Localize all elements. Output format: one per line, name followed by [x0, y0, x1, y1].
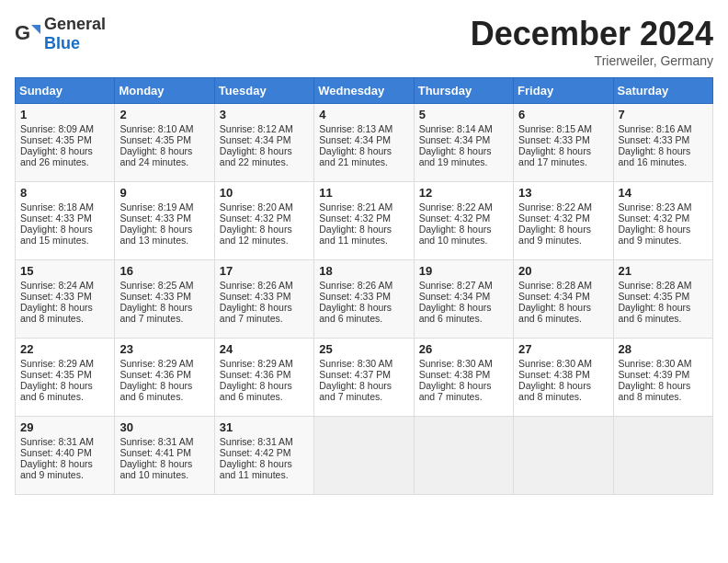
sunset-text: Sunset: 4:33 PM: [20, 213, 109, 224]
day-header-monday: Monday: [115, 78, 214, 104]
calendar-cell: 14Sunrise: 8:23 AMSunset: 4:32 PMDayligh…: [613, 182, 712, 260]
day-number: 13: [518, 186, 608, 200]
daylight-text: Daylight: 8 hours and 22 minutes.: [220, 145, 309, 167]
day-number: 3: [220, 108, 309, 121]
svg-text:G: G: [15, 21, 30, 44]
sunrise-text: Sunrise: 8:23 AM: [619, 201, 708, 213]
day-number: 17: [220, 264, 309, 278]
day-header-tuesday: Tuesday: [214, 78, 313, 104]
calendar-cell: [514, 417, 613, 495]
calendar-cell: 20Sunrise: 8:28 AMSunset: 4:34 PMDayligh…: [514, 260, 613, 339]
day-number: 21: [619, 264, 708, 278]
logo-blue: Blue: [44, 34, 80, 52]
day-number: 28: [619, 342, 708, 356]
daylight-text: Daylight: 8 hours and 6 minutes.: [419, 302, 508, 324]
sunset-text: Sunset: 4:33 PM: [319, 291, 408, 302]
day-header-friday: Friday: [514, 78, 613, 104]
sunset-text: Sunset: 4:34 PM: [518, 291, 608, 302]
calendar-cell: [414, 417, 513, 495]
calendar-cell: 16Sunrise: 8:25 AMSunset: 4:33 PMDayligh…: [115, 260, 214, 339]
logo-icon: G: [15, 21, 40, 47]
sunrise-text: Sunrise: 8:30 AM: [419, 358, 508, 369]
calendar-cell: 15Sunrise: 8:24 AMSunset: 4:33 PMDayligh…: [16, 260, 115, 339]
daylight-text: Daylight: 8 hours and 8 minutes.: [619, 380, 708, 402]
sunrise-text: Sunrise: 8:30 AM: [619, 358, 708, 369]
day-number: 18: [319, 264, 408, 278]
sunset-text: Sunset: 4:39 PM: [619, 369, 708, 380]
daylight-text: Daylight: 8 hours and 10 minutes.: [419, 224, 508, 246]
sunrise-text: Sunrise: 8:29 AM: [119, 358, 209, 369]
sunrise-text: Sunrise: 8:24 AM: [20, 280, 109, 291]
daylight-text: Daylight: 8 hours and 8 minutes.: [20, 302, 109, 324]
daylight-text: Daylight: 8 hours and 19 minutes.: [419, 145, 508, 167]
sunset-text: Sunset: 4:35 PM: [619, 291, 708, 302]
day-number: 6: [518, 108, 608, 121]
daylight-text: Daylight: 8 hours and 6 minutes.: [20, 380, 109, 402]
sunset-text: Sunset: 4:34 PM: [319, 134, 408, 145]
sunrise-text: Sunrise: 8:31 AM: [119, 436, 209, 447]
calendar-cell: 17Sunrise: 8:26 AMSunset: 4:33 PMDayligh…: [214, 260, 313, 339]
calendar-cell: [613, 417, 712, 495]
calendar-cell: 24Sunrise: 8:29 AMSunset: 4:36 PMDayligh…: [214, 339, 313, 417]
calendar-week-5: 29Sunrise: 8:31 AMSunset: 4:40 PMDayligh…: [16, 417, 713, 495]
daylight-text: Daylight: 8 hours and 9 minutes.: [518, 224, 608, 246]
day-number: 22: [20, 342, 109, 356]
day-number: 9: [119, 186, 209, 200]
day-number: 15: [20, 264, 109, 278]
sunset-text: Sunset: 4:32 PM: [419, 213, 508, 224]
sunrise-text: Sunrise: 8:27 AM: [419, 280, 508, 291]
location: Trierweiler, Germany: [471, 53, 713, 68]
calendar-cell: 21Sunrise: 8:28 AMSunset: 4:35 PMDayligh…: [613, 260, 712, 339]
daylight-text: Daylight: 8 hours and 6 minutes.: [119, 380, 209, 402]
calendar-cell: 31Sunrise: 8:31 AMSunset: 4:42 PMDayligh…: [214, 417, 313, 495]
day-number: 7: [619, 108, 708, 121]
calendar-header-row: SundayMondayTuesdayWednesdayThursdayFrid…: [16, 78, 713, 104]
sunrise-text: Sunrise: 8:09 AM: [20, 123, 109, 134]
calendar-body: 1Sunrise: 8:09 AMSunset: 4:35 PMDaylight…: [16, 104, 713, 495]
sunset-text: Sunset: 4:33 PM: [119, 291, 209, 302]
sunset-text: Sunset: 4:34 PM: [419, 291, 508, 302]
title-area: December 2024 Trierweiler, Germany: [471, 15, 713, 68]
day-number: 5: [419, 108, 508, 121]
sunrise-text: Sunrise: 8:25 AM: [119, 280, 209, 291]
sunrise-text: Sunrise: 8:26 AM: [220, 280, 309, 291]
sunset-text: Sunset: 4:34 PM: [419, 134, 508, 145]
day-header-thursday: Thursday: [414, 78, 513, 104]
sunrise-text: Sunrise: 8:26 AM: [319, 280, 408, 291]
calendar-cell: 29Sunrise: 8:31 AMSunset: 4:40 PMDayligh…: [16, 417, 115, 495]
svg-marker-1: [31, 25, 40, 34]
sunrise-text: Sunrise: 8:20 AM: [220, 201, 309, 213]
sunset-text: Sunset: 4:33 PM: [518, 134, 608, 145]
day-header-sunday: Sunday: [16, 78, 115, 104]
day-number: 23: [119, 342, 209, 356]
sunrise-text: Sunrise: 8:13 AM: [319, 123, 408, 134]
day-number: 25: [319, 342, 408, 356]
daylight-text: Daylight: 8 hours and 7 minutes.: [419, 380, 508, 402]
calendar-week-4: 22Sunrise: 8:29 AMSunset: 4:35 PMDayligh…: [16, 339, 713, 417]
sunrise-text: Sunrise: 8:22 AM: [419, 201, 508, 213]
day-number: 27: [518, 342, 608, 356]
calendar-cell: 10Sunrise: 8:20 AMSunset: 4:32 PMDayligh…: [214, 182, 313, 260]
daylight-text: Daylight: 8 hours and 7 minutes.: [119, 302, 209, 324]
logo-general: General: [44, 15, 106, 33]
day-header-saturday: Saturday: [613, 78, 712, 104]
daylight-text: Daylight: 8 hours and 26 minutes.: [20, 145, 109, 167]
daylight-text: Daylight: 8 hours and 13 minutes.: [119, 224, 209, 246]
day-number: 26: [419, 342, 508, 356]
daylight-text: Daylight: 8 hours and 12 minutes.: [220, 224, 309, 246]
sunrise-text: Sunrise: 8:30 AM: [319, 358, 408, 369]
sunrise-text: Sunrise: 8:30 AM: [518, 358, 608, 369]
sunset-text: Sunset: 4:40 PM: [20, 447, 109, 458]
calendar-cell: 12Sunrise: 8:22 AMSunset: 4:32 PMDayligh…: [414, 182, 513, 260]
daylight-text: Daylight: 8 hours and 15 minutes.: [20, 224, 109, 246]
sunrise-text: Sunrise: 8:29 AM: [220, 358, 309, 369]
daylight-text: Daylight: 8 hours and 24 minutes.: [119, 145, 209, 167]
calendar-cell: 7Sunrise: 8:16 AMSunset: 4:33 PMDaylight…: [613, 104, 712, 182]
daylight-text: Daylight: 8 hours and 7 minutes.: [220, 302, 309, 324]
sunrise-text: Sunrise: 8:19 AM: [119, 201, 209, 213]
daylight-text: Daylight: 8 hours and 6 minutes.: [619, 302, 708, 324]
daylight-text: Daylight: 8 hours and 16 minutes.: [619, 145, 708, 167]
sunset-text: Sunset: 4:33 PM: [20, 291, 109, 302]
calendar-cell: 23Sunrise: 8:29 AMSunset: 4:36 PMDayligh…: [115, 339, 214, 417]
daylight-text: Daylight: 8 hours and 11 minutes.: [220, 458, 309, 480]
